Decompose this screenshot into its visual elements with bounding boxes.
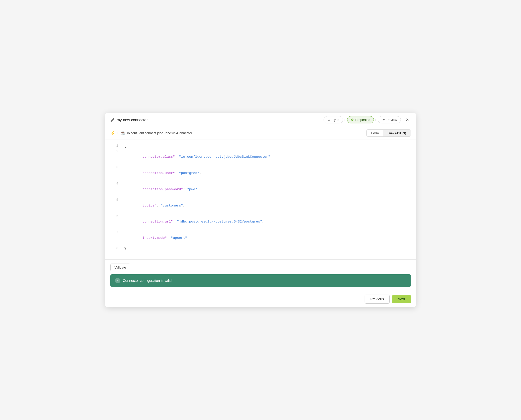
form-toggle-button[interactable]: Form [367, 130, 383, 136]
line-num-5: 5 [110, 197, 118, 203]
close-button[interactable]: ✕ [404, 116, 411, 123]
title-area: my-new-connector [110, 118, 324, 122]
step-review[interactable]: 👁 Review [378, 116, 401, 123]
step-review-label: Review [386, 118, 397, 122]
code-line-5: 5 "topics": "customers", [105, 197, 416, 214]
code-line-7: 7 "insert.mode": "upsert" [105, 230, 416, 246]
header: my-new-connector 🗂 Type › ⚙ Properties ›… [105, 113, 416, 127]
code-content-6: "connection.url": "jdbc:postgresql://pos… [124, 214, 411, 230]
code-content-7: "insert.mode": "upsert" [124, 230, 411, 246]
code-content-3: "connection.user": "postgres", [124, 165, 411, 181]
java-icon: ☕ [120, 131, 125, 135]
validation-message: Connector configuration is valid [123, 279, 172, 283]
line-num-7: 7 [110, 230, 118, 235]
nav-steps: 🗂 Type › ⚙ Properties › 👁 Review [324, 116, 401, 123]
code-line-8: 8 } [105, 246, 416, 252]
chevron-2: › [375, 118, 376, 122]
bottom-area: Validate ✓ Connector configuration is va… [105, 260, 416, 291]
step-type-label: Type [332, 118, 339, 122]
main-window: my-new-connector 🗂 Type › ⚙ Properties ›… [105, 113, 416, 307]
step-properties[interactable]: ⚙ Properties [347, 116, 374, 123]
line-num-6: 6 [110, 214, 118, 219]
breadcrumb-left: ⚡ › ☕ io.confluent.connect.jdbc.JdbcSink… [110, 131, 192, 135]
code-line-6: 6 "connection.url": "jdbc:postgresql://p… [105, 214, 416, 230]
line-num-4: 4 [110, 181, 118, 186]
code-content-4: "connection.password": "pwd", [124, 181, 411, 197]
step-type[interactable]: 🗂 Type [324, 116, 343, 123]
code-line-1: 1 { [105, 143, 416, 149]
view-toggle: Form Raw (JSON) [366, 129, 411, 137]
connector-icon: ⚡ [110, 131, 115, 135]
review-icon: 👁 [382, 118, 385, 122]
footer: Previous Next [105, 291, 416, 307]
line-num-2: 2 [110, 149, 118, 154]
validation-success-banner: ✓ Connector configuration is valid [110, 274, 411, 287]
step-properties-label: Properties [355, 118, 370, 122]
code-content-2: "connector.class": "io.confluent.connect… [124, 149, 411, 165]
window-title: my-new-connector [117, 118, 148, 122]
previous-button[interactable]: Previous [365, 295, 390, 304]
code-content-8: } [124, 246, 411, 252]
code-line-3: 3 "connection.user": "postgres", [105, 165, 416, 181]
line-num-8: 8 [110, 246, 118, 251]
breadcrumb-bar: ⚡ › ☕ io.confluent.connect.jdbc.JdbcSink… [105, 127, 416, 139]
properties-icon: ⚙ [351, 118, 354, 122]
code-content-5: "topics": "customers", [124, 197, 411, 214]
breadcrumb-arrow: › [117, 131, 118, 135]
next-button[interactable]: Next [392, 295, 411, 303]
breadcrumb-path: io.confluent.connect.jdbc.JdbcSinkConnec… [127, 131, 192, 135]
success-icon: ✓ [115, 278, 120, 283]
code-content-1: { [124, 143, 411, 149]
validate-button[interactable]: Validate [110, 264, 130, 271]
edit-icon [110, 118, 115, 122]
code-line-2: 2 "connector.class": "io.confluent.conne… [105, 149, 416, 165]
type-icon: 🗂 [327, 118, 331, 122]
raw-toggle-button[interactable]: Raw (JSON) [383, 130, 411, 136]
code-line-4: 4 "connection.password": "pwd", [105, 181, 416, 197]
chevron-1: › [345, 118, 346, 122]
line-num-3: 3 [110, 165, 118, 170]
code-editor[interactable]: 1 { 2 "connector.class": "io.confluent.c… [105, 139, 416, 260]
line-num-1: 1 [110, 143, 118, 149]
